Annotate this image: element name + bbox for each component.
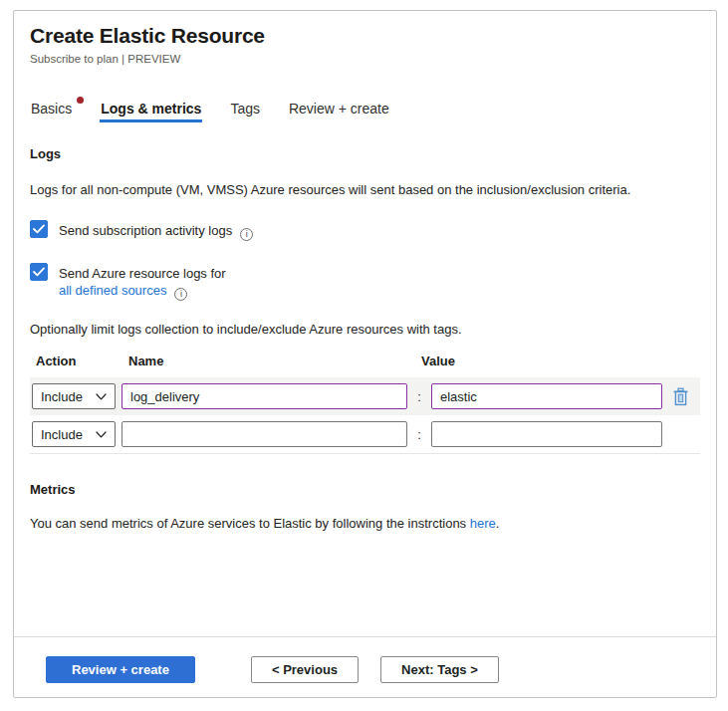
resource-logs-checkbox[interactable] (30, 263, 48, 281)
next-tags-button[interactable]: Next: Tags > (380, 656, 499, 683)
activity-logs-checkbox[interactable] (30, 220, 48, 238)
logs-description: Logs for all non-compute (VM, VMSS) Azur… (30, 181, 700, 198)
metrics-section-heading: Metrics (30, 482, 700, 497)
column-header-value: Value (421, 354, 664, 368)
instructions-here-link[interactable]: here (470, 516, 496, 531)
trash-icon (672, 387, 689, 406)
tab-bar: Basics Logs & metrics Tags Review + crea… (30, 101, 700, 122)
tab-basics-label: Basics (31, 101, 72, 117)
panel-content: Create Elastic Resource Subscribe to pla… (14, 11, 716, 636)
tab-tags[interactable]: Tags (229, 101, 261, 122)
tag-rule-row: Include : (30, 377, 700, 415)
tag-table-header: Action Name Value (30, 354, 700, 377)
chevron-down-icon (96, 431, 107, 438)
page-subtitle: Subscribe to plan | PREVIEW (30, 53, 700, 65)
tab-logs-metrics-label: Logs & metrics (101, 101, 201, 117)
metrics-description: You can send metrics of Azure services t… (30, 515, 700, 532)
column-header-name: Name (120, 354, 409, 368)
activity-logs-row: Send subscription activity logs (30, 220, 700, 241)
key-value-separator: : (413, 427, 425, 442)
previous-button[interactable]: < Previous (251, 656, 359, 683)
tab-review-create-label: Review + create (289, 101, 389, 117)
info-icon[interactable] (174, 288, 187, 301)
resource-logs-row: Send Azure resource logs for all defined… (30, 263, 700, 301)
all-defined-sources-link[interactable]: all defined sources (59, 283, 166, 298)
tab-logs-metrics[interactable]: Logs & metrics (100, 101, 202, 122)
tag-rule-row-empty: Include : (30, 415, 700, 453)
info-icon[interactable] (240, 228, 253, 241)
tag-rules-table: Action Name Value Include : (30, 354, 700, 454)
tab-review-create[interactable]: Review + create (288, 101, 390, 122)
checkmark-icon (33, 267, 45, 277)
action-dropdown-value: Include (41, 427, 83, 442)
checkmark-icon (33, 224, 45, 234)
action-dropdown-value: Include (41, 389, 83, 404)
tag-value-input[interactable] (431, 383, 662, 409)
logs-section-heading: Logs (30, 146, 700, 161)
chevron-down-icon (96, 393, 107, 400)
activity-logs-label: Send subscription activity logs (59, 220, 253, 241)
tab-basics[interactable]: Basics (30, 101, 73, 122)
tag-name-input[interactable] (121, 421, 407, 447)
validation-error-dot (77, 97, 84, 104)
create-elastic-resource-panel: Create Elastic Resource Subscribe to pla… (13, 10, 717, 698)
delete-row-button[interactable] (668, 384, 692, 408)
wizard-footer: Review + create < Previous Next: Tags > (14, 636, 716, 697)
resource-logs-label: Send Azure resource logs for all defined… (59, 263, 226, 301)
tab-tags-label: Tags (230, 101, 260, 117)
action-dropdown[interactable]: Include (32, 383, 116, 409)
tags-hint-text: Optionally limit logs collection to incl… (30, 321, 700, 338)
tag-name-input[interactable] (121, 383, 407, 409)
page-title: Create Elastic Resource (30, 23, 700, 49)
tag-value-input[interactable] (431, 421, 662, 447)
column-header-action: Action (30, 354, 114, 368)
action-dropdown[interactable]: Include (32, 421, 116, 447)
review-create-button[interactable]: Review + create (46, 656, 195, 683)
key-value-separator: : (413, 389, 425, 404)
